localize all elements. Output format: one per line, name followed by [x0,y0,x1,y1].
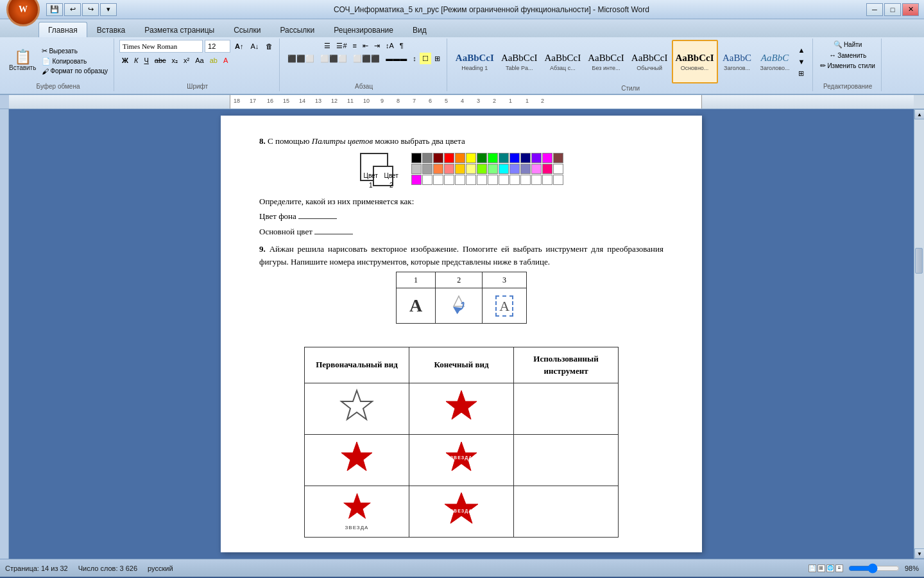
color-cell[interactable] [455,153,465,163]
color-cell[interactable] [542,175,552,185]
color-cell[interactable] [488,164,498,174]
color-cell[interactable] [499,164,509,174]
show-hide-btn[interactable]: ¶ [397,40,406,51]
styles-down-btn[interactable]: ▼ [796,56,808,67]
style-normal[interactable]: AaBbCcI Обычный [628,40,671,83]
color-cell[interactable] [477,164,487,174]
color-cell[interactable] [444,153,454,163]
styles-more-btn[interactable]: ⊞ [796,67,808,79]
color-cell[interactable] [411,175,422,185]
font-color-btn[interactable]: A [221,55,230,66]
style-paragraph[interactable]: AaBbCcI Абзац с... [542,40,585,83]
superscript-btn[interactable]: x² [181,55,192,66]
maximize-btn[interactable]: □ [884,3,901,16]
highlight-btn[interactable]: ab [207,55,220,66]
font-name-input[interactable] [119,40,203,53]
color-cell[interactable] [455,164,465,174]
bold-btn[interactable]: Ж [119,55,131,66]
increase-indent-btn[interactable]: ⇥ [372,40,382,51]
numbered-btn[interactable]: ☰# [334,40,349,51]
underline-btn[interactable]: Ч [142,55,151,66]
color-cell[interactable] [422,153,432,163]
tab-page-layout[interactable]: Разметка страницы [135,22,224,37]
quick-save-btn[interactable]: 💾 [46,3,63,16]
color-cell[interactable] [509,153,520,163]
quick-undo-btn[interactable]: ↩ [64,3,81,16]
color-cell[interactable] [411,153,422,163]
style-table[interactable]: AaBbCcI Table Pa... [498,40,541,83]
style-heading1[interactable]: AaBbCcI Heading 1 [452,40,497,83]
shading-btn[interactable]: ☐ [420,53,431,64]
scroll-down-btn[interactable]: ▼ [914,548,924,559]
scrollbar-vertical[interactable]: ▲ ▼ [914,109,924,559]
tab-references[interactable]: Ссылки [224,22,270,37]
color-cell[interactable] [422,164,432,174]
color-cell[interactable] [477,153,487,163]
paste-btn[interactable]: 📋 Вставить [6,49,38,73]
color-cell[interactable] [477,175,487,185]
color-cell[interactable] [466,175,476,185]
color-cell[interactable] [499,153,509,163]
color-cell[interactable] [542,153,552,163]
color-cell[interactable] [520,153,531,163]
copy-btn[interactable]: 📄 Копировать [40,57,110,66]
shrink-font-btn[interactable]: A↓ [248,40,262,52]
change-styles-btn[interactable]: ✏ Изменить стили [818,61,877,71]
color-cell[interactable] [433,153,443,163]
zoom-slider[interactable] [848,565,900,572]
styles-up-btn[interactable]: ▲ [796,44,808,56]
strikethrough-btn[interactable]: abc [152,55,169,66]
document-area[interactable]: 8. С помощью Палитры цветов можно выбрат… [9,109,914,559]
color-cell[interactable] [509,164,520,174]
font-size-input[interactable] [205,40,230,53]
sort-btn[interactable]: ↕A [383,40,397,51]
color-cell[interactable] [433,164,443,174]
decrease-indent-btn[interactable]: ⇤ [360,40,371,51]
color-cell[interactable] [455,175,465,185]
color-cell[interactable] [531,153,542,163]
tab-view[interactable]: Вид [403,22,436,37]
color-cell[interactable] [444,164,454,174]
text-case-btn[interactable]: Aa [193,55,206,66]
color-cell[interactable] [531,175,542,185]
color-cell[interactable] [509,175,520,185]
style-heading2[interactable]: AaBbC Заголово... [757,40,794,83]
view-fullscreen-btn[interactable]: ⊞ [817,565,825,572]
color-cell[interactable] [488,153,498,163]
bullets-btn[interactable]: ☰ [321,40,333,51]
tab-review[interactable]: Рецензирование [324,22,403,37]
color-cell[interactable] [553,175,563,185]
subscript-btn[interactable]: x₂ [169,55,181,66]
replace-btn[interactable]: ↔ Заменить [827,51,868,60]
color-cell[interactable] [433,175,443,185]
color-cell[interactable] [499,175,509,185]
quick-more-btn[interactable]: ▾ [100,3,117,16]
color-cell[interactable] [553,153,563,163]
tab-insert[interactable]: Вставка [87,22,135,37]
style-heading[interactable]: AaBbC Заголов... [719,40,756,83]
color-cell[interactable] [466,153,476,163]
scroll-thumb[interactable] [915,248,923,274]
color-cell[interactable] [542,164,552,174]
tab-mailings[interactable]: Рассылки [270,22,324,37]
color-cell[interactable] [466,164,476,174]
borders-btn[interactable]: ⊞ [432,53,443,64]
color-cell[interactable] [422,175,432,185]
cut-btn[interactable]: ✂ Вырезать [40,46,110,56]
view-print-btn[interactable]: 📄 [809,565,816,572]
view-web-btn[interactable]: 🌐 [826,565,834,572]
scroll-up-btn[interactable]: ▲ [914,109,924,119]
format-painter-btn[interactable]: 🖌 Формат по образцу [40,67,110,76]
color-cell[interactable] [488,175,498,185]
justify-btn[interactable]: ▬▬▬ [383,53,409,64]
color-cell[interactable] [411,164,422,174]
color-cell[interactable] [553,164,563,174]
quick-redo-btn[interactable]: ↪ [82,3,99,16]
close-btn[interactable]: ✕ [902,3,919,16]
style-main[interactable]: AaBbCcI Основно... [672,40,718,83]
minimize-btn[interactable]: ─ [866,3,883,16]
view-outline-btn[interactable]: ≡ [835,565,843,572]
line-spacing-btn[interactable]: ↕ [410,53,419,64]
find-btn[interactable]: 🔍 Найти [832,40,864,49]
grow-font-btn[interactable]: A↑ [232,40,246,52]
